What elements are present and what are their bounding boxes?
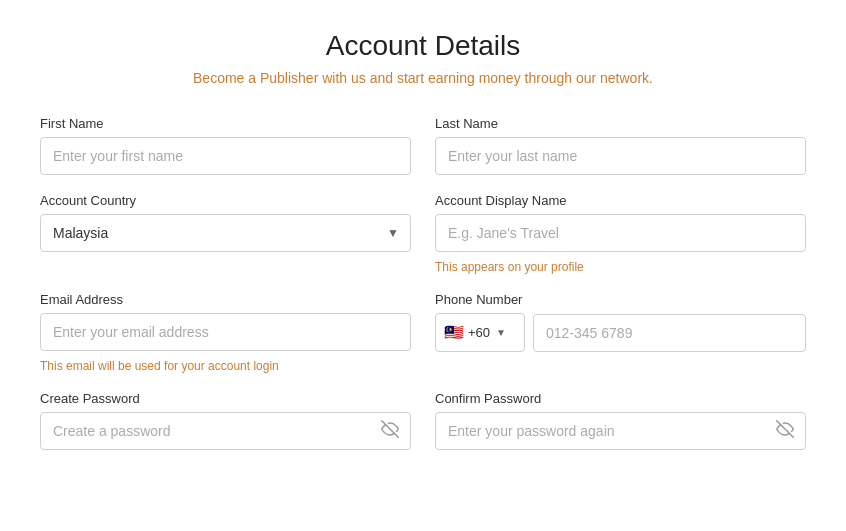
email-group: Email Address This email will be used fo…: [40, 292, 411, 373]
confirm-password-wrapper: [435, 412, 806, 450]
phone-label: Phone Number: [435, 292, 806, 307]
confirm-password-toggle-icon[interactable]: [776, 420, 794, 442]
account-country-label: Account Country: [40, 193, 411, 208]
create-password-group: Create Password: [40, 391, 411, 450]
confirm-password-group: Confirm Password: [435, 391, 806, 450]
create-password-label: Create Password: [40, 391, 411, 406]
account-details-form: First Name Last Name Account Country Mal…: [40, 116, 806, 450]
page-container: Account Details Become a Publisher with …: [0, 0, 846, 480]
first-name-label: First Name: [40, 116, 411, 131]
phone-group: Phone Number 🇲🇾 +60 ▼ 🇲🇾 +60 🇸🇬 +65 🇮🇩 +…: [435, 292, 806, 373]
display-name-input[interactable]: [435, 214, 806, 252]
password-toggle-icon[interactable]: [381, 420, 399, 442]
email-helper: This email will be used for your account…: [40, 359, 411, 373]
page-title: Account Details: [40, 30, 806, 62]
phone-country-selector[interactable]: 🇲🇾 +60 ▼ 🇲🇾 +60 🇸🇬 +65 🇮🇩 +62 🇹🇭 +66 🇵🇭 …: [435, 313, 525, 352]
confirm-password-label: Confirm Password: [435, 391, 806, 406]
last-name-group: Last Name: [435, 116, 806, 175]
email-label: Email Address: [40, 292, 411, 307]
phone-input-group: 🇲🇾 +60 ▼ 🇲🇾 +60 🇸🇬 +65 🇮🇩 +62 🇹🇭 +66 🇵🇭 …: [435, 313, 806, 352]
email-input[interactable]: [40, 313, 411, 351]
phone-number-input[interactable]: [533, 314, 806, 352]
first-name-input[interactable]: [40, 137, 411, 175]
display-name-group: Account Display Name This appears on you…: [435, 193, 806, 274]
first-name-group: First Name: [40, 116, 411, 175]
create-password-input[interactable]: [40, 412, 411, 450]
account-country-group: Account Country Malaysia Singapore Indon…: [40, 193, 411, 274]
last-name-input[interactable]: [435, 137, 806, 175]
page-header: Account Details Become a Publisher with …: [40, 30, 806, 86]
page-subtitle: Become a Publisher with us and start ear…: [40, 70, 806, 86]
display-name-label: Account Display Name: [435, 193, 806, 208]
last-name-label: Last Name: [435, 116, 806, 131]
display-name-helper: This appears on your profile: [435, 260, 806, 274]
country-select[interactable]: Malaysia Singapore Indonesia Thailand Ph…: [40, 214, 411, 252]
country-select-wrapper: Malaysia Singapore Indonesia Thailand Ph…: [40, 214, 411, 252]
confirm-password-input[interactable]: [435, 412, 806, 450]
create-password-wrapper: [40, 412, 411, 450]
